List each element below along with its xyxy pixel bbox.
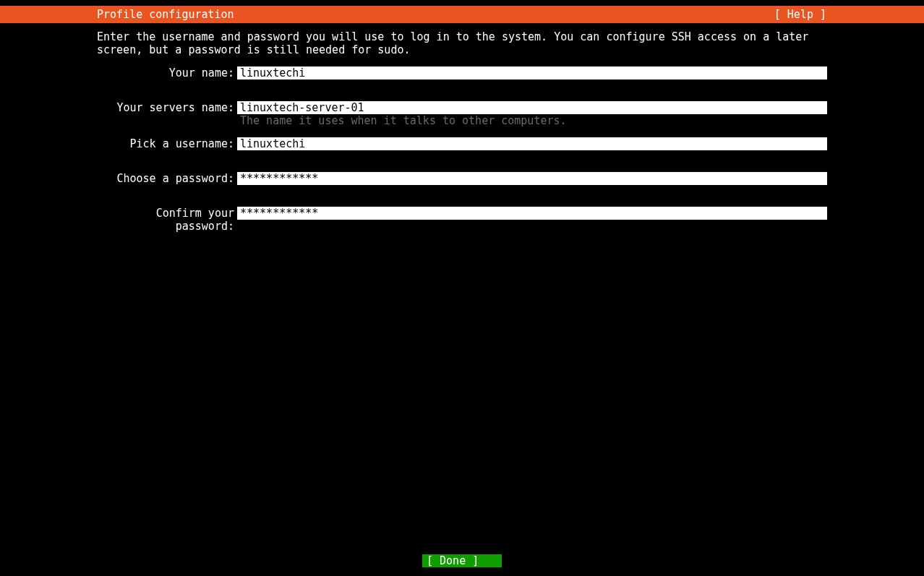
confirm-password-input[interactable] xyxy=(237,207,827,220)
help-button[interactable]: [ Help ] xyxy=(774,8,924,21)
password-label: Choose a password: xyxy=(97,172,234,185)
form-row-your-name: Your name: xyxy=(97,66,827,79)
top-blank-bar xyxy=(0,0,924,6)
header-bar: Profile configuration [ Help ] xyxy=(0,6,924,23)
username-label: Pick a username: xyxy=(97,137,234,150)
done-button[interactable]: [ Done ] xyxy=(422,554,502,567)
your-name-label: Your name: xyxy=(97,66,234,79)
form-row-username: Pick a username: xyxy=(97,137,827,150)
page-title: Profile configuration xyxy=(0,8,234,21)
password-input[interactable] xyxy=(237,172,827,185)
confirm-password-label: Confirm your password: xyxy=(97,207,234,233)
server-name-input[interactable] xyxy=(237,101,827,114)
server-name-hint: The name it uses when it talks to other … xyxy=(237,114,827,127)
your-name-input[interactable] xyxy=(237,66,827,79)
footer-bar: [ Done ] xyxy=(0,554,924,567)
server-name-label: Your servers name: xyxy=(97,101,234,114)
username-input[interactable] xyxy=(237,137,827,150)
form-row-password: Choose a password: xyxy=(97,172,827,185)
form-row-confirm-password: Confirm your password: xyxy=(97,207,827,233)
content-area: Enter the username and password you will… xyxy=(0,23,924,233)
description-text: Enter the username and password you will… xyxy=(97,30,827,56)
form-row-server-name: Your servers name: The name it uses when… xyxy=(97,101,827,127)
